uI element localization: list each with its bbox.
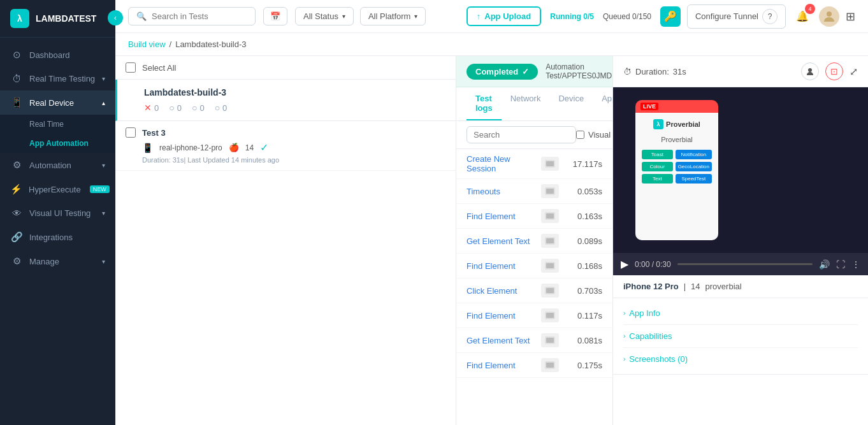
volume-icon[interactable]: 🔊: [819, 259, 830, 270]
log-time-2: 0.163s: [564, 212, 602, 221]
grid-icon[interactable]: ⊞: [846, 10, 855, 24]
sidebar-item-real-device[interactable]: 📱 Real Device ▴: [0, 90, 115, 115]
integrations-icon: 🔗: [10, 231, 23, 243]
log-row[interactable]: Timeouts 0.053s: [456, 179, 612, 204]
stat-circle-3: ○ 0: [215, 103, 228, 113]
tab-network[interactable]: Network: [502, 87, 550, 120]
tab-appium[interactable]: Appium: [593, 87, 613, 120]
all-status-filter[interactable]: All Status ▾: [295, 7, 354, 25]
upload-icon: ↑: [477, 11, 481, 21]
log-row[interactable]: Find Element 0.117s: [456, 303, 612, 328]
log-label-0: Create New Session: [467, 154, 541, 173]
real-time-testing-icon: ⏱: [10, 73, 23, 84]
proverbial-logo-text: Proverbial: [666, 120, 700, 128]
test-item[interactable]: Test 3 📱 real-iphone-12-pro 🍎 14 ✓ Durat…: [115, 121, 456, 171]
accordion-screenshots[interactable]: › Screenshots (0): [623, 348, 858, 370]
breadcrumb-build-view[interactable]: Build view: [128, 40, 166, 49]
app-upload-button[interactable]: ↑ App Upload: [467, 6, 541, 26]
chevron-down-icon: ▾: [102, 258, 105, 265]
sidebar-item-hyperexecute[interactable]: ⚡ HyperExecute NEW: [0, 177, 115, 201]
play-button[interactable]: ▶: [621, 258, 628, 270]
svg-rect-2: [546, 161, 554, 166]
sidebar-item-visual-ui-testing[interactable]: 👁 Visual UI Testing ▾: [0, 201, 115, 225]
test-list-header: Select All: [115, 56, 456, 80]
device-app-name: proverbial: [705, 282, 742, 291]
svg-rect-8: [546, 238, 554, 243]
select-all-checkbox[interactable]: [126, 62, 136, 73]
log-label-2: Find Element: [467, 212, 541, 221]
sidebar-sub-item-real-time[interactable]: Real Time: [0, 115, 115, 134]
log-time-7: 0.081s: [564, 336, 602, 345]
notification-button[interactable]: 🔔 4: [792, 6, 813, 27]
device-info-separator: |: [684, 282, 686, 291]
search-box[interactable]: 🔍: [128, 7, 256, 25]
log-time-0: 17.117s: [564, 159, 602, 169]
log-row[interactable]: Find Element 0.163s: [456, 204, 612, 229]
sidebar-item-label: Real Time Testing: [29, 74, 95, 83]
tab-device[interactable]: Device: [549, 87, 593, 120]
logs-search-field[interactable]: [474, 130, 569, 140]
build-item[interactable]: Lambdatest-build-3 ✕ 0 ○ 0 ○ 0: [115, 80, 456, 121]
stat-count-1: 0: [177, 103, 182, 113]
check-icon: ✓: [522, 67, 529, 76]
sidebar-item-integrations[interactable]: 🔗 Integrations: [0, 225, 115, 249]
log-row[interactable]: Find Element 0.175s: [456, 353, 612, 378]
search-input[interactable]: [152, 11, 247, 21]
logo-icon: λ: [10, 9, 29, 28]
clock-icon: ⏱: [623, 67, 632, 76]
sidebar-sub-item-app-automation[interactable]: App Automation: [0, 134, 115, 153]
log-thumbnail-6: [541, 308, 559, 322]
log-thumbnail-4: [541, 259, 559, 273]
calendar-button[interactable]: 📅: [263, 7, 287, 25]
duration-label: ⏱ Duration: 31s: [623, 67, 686, 76]
logs-search-input[interactable]: [467, 126, 576, 143]
video-dark-bg: LIVE λ Proverbial Proverbial Toast: [613, 87, 741, 253]
accordion-app-info[interactable]: › App Info: [623, 302, 858, 325]
test-item-header: Test 3: [126, 127, 445, 138]
sidebar-item-real-time-testing[interactable]: ⏱ Real Time Testing ▾: [0, 67, 115, 90]
all-platform-filter[interactable]: All Platform ▾: [360, 7, 426, 25]
log-row[interactable]: Get Element Text 0.081s: [456, 328, 612, 353]
svg-rect-18: [546, 363, 554, 368]
visual-checkbox[interactable]: [576, 131, 584, 139]
colour-btn: Colour: [642, 162, 673, 171]
sidebar-item-dashboard[interactable]: ⊙ Dashboard: [0, 43, 115, 67]
log-row[interactable]: Get Element Text 0.089s: [456, 229, 612, 254]
test-checkbox[interactable]: [126, 127, 136, 138]
log-label-1: Timeouts: [467, 187, 541, 196]
new-badge: NEW: [90, 185, 110, 193]
queued-label: Queued: [603, 12, 630, 21]
log-row[interactable]: Click Element 0.703s: [456, 278, 612, 303]
stat-count-3: 0: [222, 103, 227, 113]
video-screen-top: LIVE: [635, 100, 718, 113]
tab-test-logs[interactable]: Test logs: [467, 87, 502, 120]
completed-badge: Completed ✓: [467, 64, 538, 80]
live-badge: LIVE: [640, 103, 658, 110]
log-row[interactable]: Find Element 0.168s: [456, 254, 612, 278]
more-options-icon[interactable]: ⋮: [851, 259, 860, 270]
video-progress-bar[interactable]: [677, 263, 813, 265]
stat-count-0: 0: [154, 103, 159, 113]
visual-toggle[interactable]: Visual: [576, 130, 611, 140]
accordion-capabilities[interactable]: › Capabilities: [623, 325, 858, 348]
log-time-6: 0.117s: [564, 311, 602, 321]
user-avatar[interactable]: [819, 6, 839, 27]
key-icon-button[interactable]: 🔑: [660, 6, 681, 27]
topbar-filters: All Status ▾ All Platform ▾: [295, 7, 426, 25]
log-thumbnail-2: [541, 209, 559, 223]
sidebar-item-automation[interactable]: ⚙ Automation ▾: [0, 153, 115, 177]
video-time: 0:00 / 0:30: [635, 260, 671, 269]
tunnel-help-icon[interactable]: ?: [762, 9, 778, 24]
share-icon[interactable]: ⤢: [850, 66, 858, 78]
copy-panel-icon[interactable]: ⊡: [825, 62, 843, 80]
configure-tunnel-button[interactable]: Configure Tunnel ?: [687, 4, 786, 29]
test-list-panel: Select All Lambdatest-build-3 ✕ 0 ○ 0 ○ …: [115, 56, 456, 425]
test-detail-header: Completed ✓ Automation Test/APPTES0JMDFV…: [456, 56, 612, 87]
log-row[interactable]: Create New Session 17.117s: [456, 149, 612, 179]
sidebar-collapse-button[interactable]: ‹: [108, 10, 123, 25]
user-panel-icon[interactable]: [801, 62, 819, 80]
fullscreen-icon[interactable]: ⛶: [836, 259, 845, 270]
sidebar-item-manage[interactable]: ⚙ Manage ▾: [0, 249, 115, 273]
breadcrumb-separator: /: [170, 40, 172, 49]
test-name: Test 3: [142, 128, 166, 138]
